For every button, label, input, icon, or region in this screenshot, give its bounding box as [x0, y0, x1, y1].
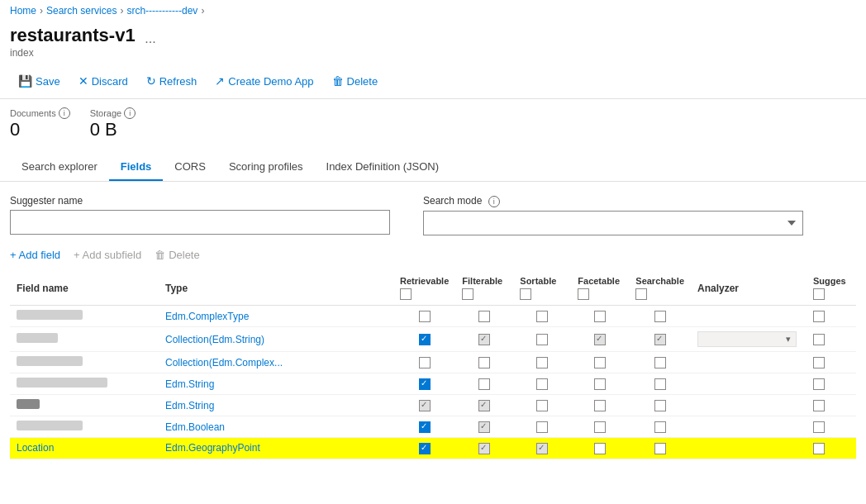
th-facetable-checkbox[interactable] — [578, 288, 589, 300]
field-type-cell: Collection(Edm.String) — [159, 327, 393, 352]
add-subfield-button[interactable]: + Add subfield — [74, 249, 141, 261]
retrievable-checkbox[interactable] — [419, 378, 431, 390]
save-icon: 💾 — [18, 74, 32, 88]
add-field-button[interactable]: + Add field — [10, 249, 60, 261]
facetable-checkbox[interactable] — [594, 378, 606, 390]
delete-button[interactable]: 🗑 Delete — [324, 70, 387, 92]
sugges-cell — [807, 373, 856, 395]
field-name-cell — [10, 416, 159, 438]
sortable-checkbox[interactable] — [536, 334, 548, 345]
th-sortable-checkbox[interactable] — [520, 288, 531, 300]
analyzer-dropdown[interactable]: ▾ — [697, 331, 797, 347]
breadcrumb-home[interactable]: Home — [10, 5, 36, 17]
facetable-checkbox[interactable] — [594, 334, 606, 345]
facetable-checkbox[interactable] — [594, 443, 606, 454]
sortable-checkbox[interactable] — [536, 311, 548, 322]
th-filterable-checkbox[interactable] — [462, 288, 473, 300]
facetable-checkbox[interactable] — [594, 311, 606, 322]
sugges-checkbox[interactable] — [813, 334, 825, 345]
filterable-cell — [455, 352, 513, 373]
facetable-checkbox[interactable] — [594, 400, 606, 411]
breadcrumb-search-services[interactable]: Search services — [46, 5, 117, 17]
filterable-checkbox[interactable] — [478, 311, 490, 322]
sortable-cell — [513, 352, 571, 373]
filterable-checkbox[interactable] — [478, 421, 490, 433]
tab-index-definition[interactable]: Index Definition (JSON) — [315, 154, 451, 181]
searchable-checkbox[interactable] — [654, 421, 666, 433]
retrievable-checkbox[interactable] — [419, 334, 431, 345]
tab-cors[interactable]: CORS — [163, 154, 217, 181]
delete-icon: 🗑 — [332, 74, 344, 88]
retrievable-checkbox[interactable] — [419, 443, 431, 454]
create-demo-app-button[interactable]: ↗ Create Demo App — [207, 70, 321, 92]
delete-field-button[interactable]: 🗑 Delete — [155, 249, 200, 261]
field-name-cell — [10, 373, 159, 395]
field-type-cell: Edm.ComplexType — [159, 306, 393, 327]
sugges-cell — [807, 395, 856, 416]
th-retrievable-checkbox[interactable] — [400, 288, 412, 300]
facetable-checkbox[interactable] — [594, 357, 606, 368]
search-mode-info-icon[interactable]: i — [488, 196, 500, 207]
breadcrumb-service-name[interactable]: srch-----------dev — [126, 5, 197, 17]
sortable-checkbox[interactable] — [536, 400, 548, 411]
sugges-checkbox[interactable] — [813, 378, 825, 390]
refresh-button[interactable]: ↻ Refresh — [138, 70, 206, 92]
analyzer-cell — [691, 395, 807, 416]
facetable-cell — [571, 373, 629, 395]
filterable-checkbox[interactable] — [478, 357, 490, 368]
searchable-checkbox[interactable] — [654, 378, 666, 390]
field-name-link[interactable]: Location — [17, 442, 54, 454]
table-row: Edm.Boolean — [10, 416, 856, 438]
discard-icon: ✕ — [79, 74, 88, 88]
documents-value: 0 — [10, 119, 70, 140]
filterable-checkbox[interactable] — [478, 334, 490, 345]
filterable-checkbox[interactable] — [478, 378, 490, 390]
sugges-checkbox[interactable] — [813, 421, 825, 433]
sugges-cell — [807, 306, 856, 327]
th-sugges-checkbox[interactable] — [813, 288, 825, 300]
tab-search-explorer[interactable]: Search explorer — [10, 154, 109, 181]
retrievable-checkbox[interactable] — [419, 421, 431, 433]
searchable-cell — [629, 306, 691, 327]
searchable-checkbox[interactable] — [654, 400, 666, 411]
facetable-checkbox[interactable] — [594, 421, 606, 433]
discard-button[interactable]: ✕ Discard — [70, 70, 136, 92]
sugges-checkbox[interactable] — [813, 400, 825, 411]
th-searchable-checkbox[interactable] — [635, 288, 647, 300]
field-type-cell: Edm.String — [159, 373, 393, 395]
searchable-cell — [629, 395, 691, 416]
searchable-checkbox[interactable] — [654, 357, 666, 368]
sortable-checkbox[interactable] — [536, 421, 548, 433]
tab-scoring-profiles[interactable]: Scoring profiles — [217, 154, 315, 181]
field-type-cell: Edm.Boolean — [159, 416, 393, 438]
storage-info-icon[interactable]: i — [124, 107, 136, 119]
retrievable-checkbox[interactable] — [419, 311, 431, 322]
searchable-checkbox[interactable] — [654, 334, 666, 345]
suggester-name-label: Suggester name — [10, 195, 407, 207]
filterable-checkbox[interactable] — [478, 443, 490, 454]
sugges-checkbox[interactable] — [813, 357, 825, 368]
sugges-cell — [807, 438, 856, 459]
sortable-checkbox[interactable] — [536, 443, 548, 454]
filterable-checkbox[interactable] — [478, 400, 490, 411]
table-row: Edm.String — [10, 373, 856, 395]
searchable-checkbox[interactable] — [654, 443, 666, 454]
more-options-button[interactable]: ... — [145, 31, 155, 46]
retrievable-checkbox[interactable] — [419, 400, 431, 411]
search-mode-select[interactable] — [423, 211, 803, 235]
documents-info-icon[interactable]: i — [59, 107, 70, 119]
searchable-checkbox[interactable] — [654, 311, 666, 322]
suggester-name-input[interactable] — [10, 210, 390, 235]
sugges-checkbox[interactable] — [813, 443, 825, 454]
fields-table: Field name Type Retrievable Filterable — [10, 271, 856, 459]
save-button[interactable]: 💾 Save — [10, 70, 69, 92]
sortable-cell — [513, 438, 571, 459]
sortable-checkbox[interactable] — [536, 357, 548, 368]
facetable-cell — [571, 327, 629, 352]
sugges-checkbox[interactable] — [813, 311, 825, 322]
search-mode-group: Search mode i — [423, 195, 820, 235]
retrievable-checkbox[interactable] — [419, 357, 431, 368]
field-name-cell — [10, 352, 159, 373]
sortable-checkbox[interactable] — [536, 378, 548, 390]
tab-fields[interactable]: Fields — [109, 154, 164, 181]
